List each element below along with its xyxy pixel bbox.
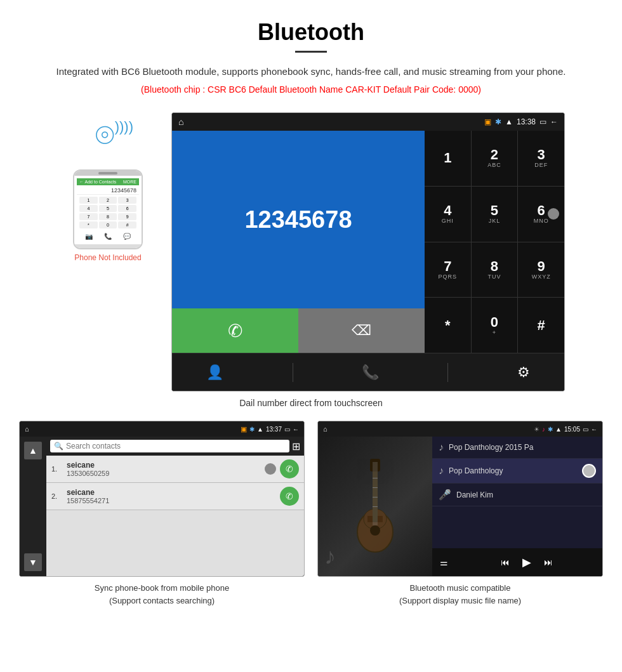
numpad-key-4[interactable]: 4 GHI (425, 187, 471, 242)
phone-key-4[interactable]: 4 (79, 205, 98, 212)
search-icon: 🔍 (54, 442, 63, 451)
list-item[interactable]: 🎤 Daniel Kim (432, 484, 602, 506)
music-caption-line1: Bluetooth music compatible (410, 583, 511, 593)
contact-call-btn-2[interactable]: ✆ (280, 487, 299, 506)
contact-name-2: seicane (67, 488, 280, 497)
dial-status-bar: ⌂ ▣ ✱ ▲ 13:38 ▭ ← (172, 113, 564, 131)
note-icon-1: ♪ (439, 442, 444, 453)
numpad-key-star[interactable]: * (425, 298, 471, 353)
list-item[interactable]: ♪ Pop Danthology (432, 459, 602, 484)
contacts-home-icon[interactable]: ⌂ (25, 425, 29, 433)
dial-caption: Dail number direct from touchscreen (25, 398, 597, 408)
contacts-back[interactable]: ← (293, 426, 299, 433)
music-status-bar: ⌂ ☀ ♪ ✱ ▲ 15:05 ▭ ← (318, 421, 602, 437)
numpad-key-5[interactable]: 5 JKL (472, 187, 518, 242)
bottom-section: ⌂ ▣ ✱ ▲ 13:37 ▭ ← ▲ ▼ (25, 421, 597, 607)
bluetooth-symbol-icon: ⦾ (95, 122, 114, 150)
list-item[interactable]: ♪ Pop Danthology 2015 Pa (432, 437, 602, 459)
phone-key-2[interactable]: 2 (99, 197, 117, 204)
table-row: 1. seicane 13530650259 ✆ (46, 456, 304, 483)
numpad-key-3[interactable]: 3 DEF (518, 131, 564, 186)
numpad-key-0[interactable]: 0 + (472, 298, 518, 353)
bluetooth-icon-area: )))) ⦾ (83, 112, 133, 163)
music-album-art: ♪ (318, 437, 432, 576)
music-controls: ⚌ ⏮ ▶ ⏭ (432, 548, 602, 576)
music-time: 15:05 (564, 426, 580, 433)
search-input[interactable] (66, 442, 286, 451)
music-home-icon[interactable]: ⌂ (323, 425, 328, 433)
home-icon[interactable]: ⌂ (178, 117, 183, 127)
phone-key-1[interactable]: 1 (79, 197, 98, 204)
phone-key-7[interactable]: 7 (79, 213, 98, 220)
phone-dialpad: 1 2 3 4 5 6 7 8 9 * 0 # (77, 197, 139, 228)
phone-key-3[interactable]: 3 (118, 197, 136, 204)
call-transfer-icon[interactable]: 📞 (362, 364, 379, 381)
numpad-key-8[interactable]: 8 TUV (472, 242, 518, 298)
phone-key-8[interactable]: 8 (99, 213, 117, 220)
settings-icon[interactable]: ⚙ (517, 364, 530, 381)
contact-call-btn-1[interactable]: ✆ (280, 459, 299, 478)
sub-wxyz: WXYZ (532, 273, 551, 280)
music-caption-line2: (Support display music file name) (399, 596, 521, 605)
bluetooth-specs: (Bluetooth chip : CSR BC6 Default Blueto… (25, 84, 597, 95)
divider-2 (447, 363, 448, 382)
phone-mockup: ← Add to Contacts MORE 12345678 1 2 3 4 … (73, 169, 143, 249)
contact-num-1: 1. (51, 465, 63, 473)
contact-name-1: seicane (67, 461, 280, 470)
delete-button[interactable]: ⌫ (298, 308, 425, 353)
numpad-key-9[interactable]: 9 WXYZ (518, 242, 564, 298)
numpad-key-7[interactable]: 7 PQRS (425, 242, 471, 298)
sub-tuv: TUV (487, 273, 501, 280)
music-screen-wrap: ⌂ ☀ ♪ ✱ ▲ 15:05 ▭ ← (317, 421, 603, 607)
phone-key-star[interactable]: * (79, 221, 98, 228)
search-input-wrap[interactable]: 🔍 (50, 440, 289, 452)
digit-hash: # (538, 319, 545, 333)
sub-ghi: GHI (442, 218, 454, 224)
svg-rect-12 (373, 497, 378, 497)
music-wifi-icon: ▲ (555, 426, 562, 433)
mic-icon: 🎤 (439, 489, 451, 501)
dial-area: 12345678 ✆ ⌫ 1 2 ABC (172, 131, 564, 353)
phone-speaker (98, 172, 117, 175)
numpad-key-1[interactable]: 1 (425, 131, 471, 186)
music-note-status-icon: ♪ (542, 426, 545, 433)
phone-side: )))) ⦾ ← Add to Contacts MORE 12345678 1 (57, 112, 159, 262)
numpad-key-6[interactable]: 6 MNO (518, 187, 564, 242)
scroll-indicator-1 (265, 463, 276, 475)
numpad-key-2[interactable]: 2 ABC (472, 131, 518, 186)
search-bar-row: 🔍 ⊞ (46, 437, 304, 456)
dial-bottom-bar: 👤 📞 ⚙ (172, 353, 564, 391)
phone-key-hash[interactable]: # (118, 221, 136, 228)
description-text: Integrated with BC6 Bluetooth module, su… (25, 64, 597, 79)
sub-jkl: JKL (489, 218, 501, 224)
guitar-svg-icon (337, 456, 413, 557)
next-track-button[interactable]: ⏭ (544, 557, 553, 567)
phone-key-5[interactable]: 5 (99, 205, 117, 212)
back-status-icon[interactable]: ← (550, 117, 558, 126)
numpad: 1 2 ABC 3 DEF 4 GHI (425, 131, 564, 353)
play-pause-button[interactable]: ▶ (522, 555, 531, 569)
scroll-down-button[interactable]: ▼ (24, 553, 42, 571)
contacts-icon[interactable]: 👤 (206, 364, 223, 381)
music-back[interactable]: ← (591, 426, 597, 433)
contacts-wifi-icon: ▲ (257, 426, 263, 433)
digit-9: 9 (538, 260, 545, 273)
numpad-key-hash[interactable]: # (518, 298, 564, 353)
number-display: 12345678 (172, 131, 425, 308)
digit-2: 2 (491, 148, 498, 162)
top-section: )))) ⦾ ← Add to Contacts MORE 12345678 1 (25, 112, 597, 392)
call-buttons: ✆ ⌫ (172, 308, 425, 353)
svg-rect-10 (373, 478, 378, 478)
contacts-grid-icon[interactable]: ⊞ (292, 440, 300, 452)
contacts-status-bar: ⌂ ▣ ✱ ▲ 13:37 ▭ ← (20, 421, 304, 437)
phone-key-0[interactable]: 0 (99, 221, 117, 228)
contact-phone-1: 13530650259 (67, 470, 280, 477)
phone-call-icon[interactable]: 📞 (104, 233, 112, 240)
phone-key-6[interactable]: 6 (118, 205, 136, 212)
call-button[interactable]: ✆ (172, 308, 298, 353)
phone-key-9[interactable]: 9 (118, 213, 136, 220)
track-name-3: Daniel Kim (456, 491, 596, 499)
scroll-up-button[interactable]: ▲ (24, 442, 42, 459)
equalizer-icon[interactable]: ⚌ (440, 557, 448, 567)
prev-track-button[interactable]: ⏮ (501, 557, 510, 567)
